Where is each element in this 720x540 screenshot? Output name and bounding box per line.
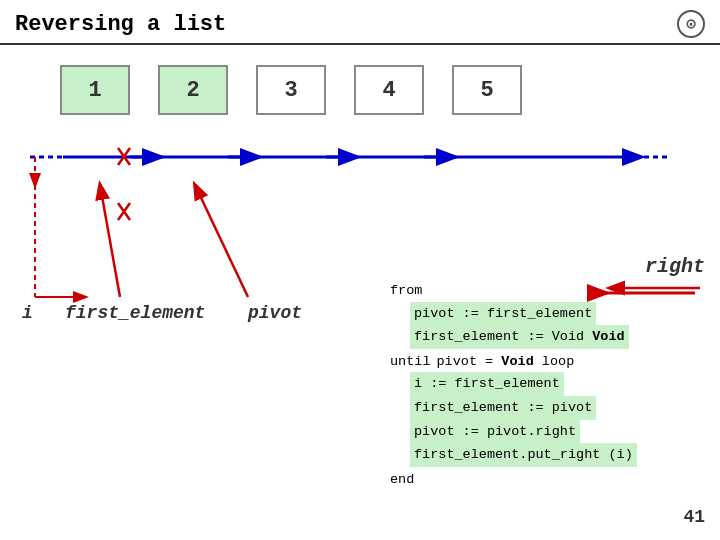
code-loop1: i := first_element	[390, 372, 637, 396]
list-box-5: 5	[452, 65, 522, 115]
var-pivot: pivot	[248, 303, 302, 323]
svg-line-8	[118, 148, 130, 165]
code-line2: first_element := Void Void	[390, 325, 637, 349]
list-box-1: 1	[60, 65, 130, 115]
list-box-3: 3	[256, 65, 326, 115]
code-loop3: pivot := pivot.right	[390, 420, 637, 444]
svg-line-12	[100, 185, 120, 297]
svg-line-11	[195, 185, 248, 297]
list-boxes: 1 2 3 4 5	[60, 65, 550, 115]
page-number: 41	[683, 507, 705, 527]
code-line1: pivot := first_element	[390, 302, 637, 326]
list-box-4: 4	[354, 65, 424, 115]
code-block: from pivot := first_element first_elemen…	[390, 280, 637, 490]
code-from: from	[390, 280, 637, 302]
code-end: end	[390, 469, 637, 491]
code-until: until pivot = Void loop	[390, 351, 637, 373]
var-i: i	[22, 303, 33, 323]
page-title: Reversing a list ⊙	[0, 0, 720, 45]
svg-line-7	[118, 148, 130, 165]
code-loop2: first_element := pivot	[390, 396, 637, 420]
title-text: Reversing a list	[15, 12, 226, 37]
svg-line-9	[118, 203, 130, 220]
code-loop4: first_element.put_right (i)	[390, 443, 637, 467]
main-content: 1 2 3 4 5 right i first_element pivot fr…	[0, 45, 720, 535]
list-box-2: 2	[158, 65, 228, 115]
right-label: right	[645, 255, 705, 278]
title-icon: ⊙	[677, 10, 705, 38]
var-first-element: first_element	[65, 303, 205, 323]
svg-line-10	[118, 203, 130, 220]
